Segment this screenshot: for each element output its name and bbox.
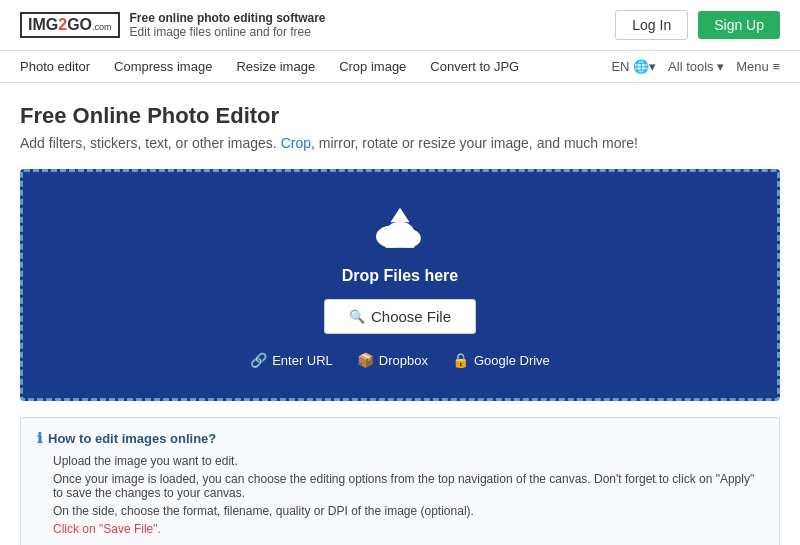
language-selector[interactable]: EN 🌐▾ <box>611 59 656 74</box>
info-step-1: Upload the image you want to edit. <box>53 454 763 468</box>
navigation: Photo editor Compress image Resize image… <box>0 51 800 83</box>
nav-right: EN 🌐▾ All tools ▾ Menu ≡ <box>611 59 780 74</box>
nav-links: Photo editor Compress image Resize image… <box>20 59 519 74</box>
signup-button[interactable]: Sign Up <box>698 11 780 39</box>
nav-convert[interactable]: Convert to JPG <box>430 59 519 74</box>
main-content: Free Online Photo Editor Add filters, st… <box>0 83 800 545</box>
info-step-3: On the side, choose the format, filename… <box>53 504 763 518</box>
dropbox-option[interactable]: 📦 Dropbox <box>357 352 428 368</box>
drop-files-text: Drop Files here <box>43 267 757 285</box>
enter-url-option[interactable]: 🔗 Enter URL <box>250 352 333 368</box>
logo: IMG2GO.com <box>20 12 120 38</box>
all-tools-menu[interactable]: All tools ▾ <box>668 59 724 74</box>
menu-icon: ≡ <box>772 59 780 74</box>
crop-link[interactable]: Crop <box>281 135 311 151</box>
nav-compress[interactable]: Compress image <box>114 59 212 74</box>
upload-cloud-icon <box>43 202 757 267</box>
link-icon: 🔗 <box>250 352 267 368</box>
upload-dropzone[interactable]: Drop Files here 🔍 Choose File 🔗 Enter UR… <box>20 169 780 401</box>
page-subtitle: Add filters, stickers, text, or other im… <box>20 135 780 151</box>
info-box: ℹ How to edit images online? Upload the … <box>20 417 780 545</box>
search-icon: 🔍 <box>349 309 365 324</box>
info-step-2: Once your image is loaded, you can choos… <box>53 472 763 500</box>
save-file-link[interactable]: Click on "Save File". <box>53 522 161 536</box>
info-step-4: Click on "Save File". <box>53 522 763 536</box>
upload-options: 🔗 Enter URL 📦 Dropbox 🔒 Google Drive <box>43 352 757 368</box>
svg-rect-3 <box>386 233 415 247</box>
info-header: ℹ How to edit images online? <box>37 430 763 446</box>
drive-icon: 🔒 <box>452 352 469 368</box>
page-title: Free Online Photo Editor <box>20 103 780 129</box>
nav-photo-editor[interactable]: Photo editor <box>20 59 90 74</box>
globe-icon: 🌐▾ <box>633 59 656 74</box>
chevron-down-icon: ▾ <box>717 59 724 74</box>
info-steps: Upload the image you want to edit. Once … <box>37 454 763 536</box>
choose-file-button[interactable]: 🔍 Choose File <box>324 299 476 334</box>
header-buttons: Log In Sign Up <box>615 10 780 40</box>
info-icon: ℹ <box>37 430 42 446</box>
header: IMG2GO.com Free online photo editing sof… <box>0 0 800 51</box>
hamburger-menu[interactable]: Menu ≡ <box>736 59 780 74</box>
nav-resize[interactable]: Resize image <box>236 59 315 74</box>
nav-crop[interactable]: Crop image <box>339 59 406 74</box>
google-drive-option[interactable]: 🔒 Google Drive <box>452 352 550 368</box>
tagline: Free online photo editing software Edit … <box>130 11 326 39</box>
login-button[interactable]: Log In <box>615 10 688 40</box>
dropbox-icon: 📦 <box>357 352 374 368</box>
logo-area: IMG2GO.com Free online photo editing sof… <box>20 11 326 39</box>
